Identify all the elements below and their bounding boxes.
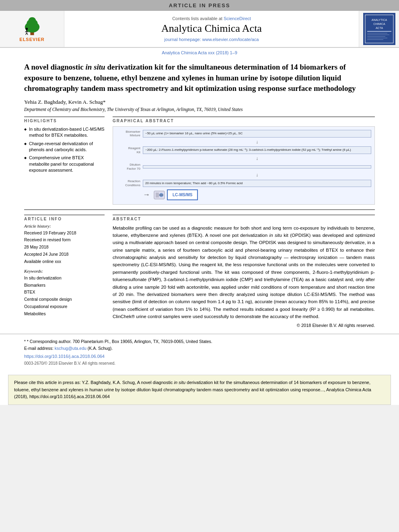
journal-logo-left: ELSEVIER bbox=[0, 11, 64, 47]
graphical-abstract-box: BiomarkerMixture ~50 µL urine (1× biomar… bbox=[113, 126, 375, 205]
email-address[interactable]: kschug@uta.edu bbox=[55, 346, 86, 351]
ga-arrow-3: ↓ bbox=[116, 172, 371, 178]
abstract-copyright: © 2018 Elsevier B.V. All rights reserved… bbox=[113, 323, 375, 328]
journal-right-logo-box: ANALYTICA CHIMICA ACTA bbox=[363, 13, 395, 45]
svg-rect-18 bbox=[367, 36, 385, 37]
available-date: Available online xxx bbox=[24, 258, 105, 265]
highlights-heading: HIGHLIGHTS bbox=[24, 117, 105, 123]
article-info-col: ARTICLE INFO Article history: Received 1… bbox=[24, 215, 105, 328]
keyword-5: Occupational exposure bbox=[24, 303, 105, 310]
top-bar-text: ARTICLE IN PRESS bbox=[169, 2, 230, 8]
corresponding-note: * * Corresponding author. 700 Planetariu… bbox=[24, 338, 375, 345]
citation-line: Analytica Chimica Acta xxx (2018) 1–9 bbox=[0, 48, 399, 56]
citation-bar-text: Please cite this article in press as: Y.… bbox=[14, 380, 371, 399]
highlight-item-3: Comprehensive urine BTEX metabolite pane… bbox=[24, 155, 105, 173]
ga-box-1: ~50 µL urine (1× biomarker 16 µL, nano u… bbox=[143, 130, 371, 137]
top-bar: ARTICLE IN PRESS bbox=[0, 0, 399, 11]
authors-text: Yehia Z. Baghdady, Kevin A. Schug* bbox=[24, 99, 106, 105]
journal-header: ELSEVIER Contents lists available at Sci… bbox=[0, 11, 399, 48]
ga-box-2: ~200 µL: 2-Fluoro-1-methylpyridinium p-t… bbox=[143, 146, 371, 154]
article-info-section: ARTICLE INFO Article history: Received 1… bbox=[24, 215, 105, 318]
svg-rect-16 bbox=[367, 33, 387, 33]
homepage-prefix: journal homepage: bbox=[165, 37, 202, 42]
ga-label-2: ReagentKit bbox=[116, 146, 140, 154]
svg-rect-20 bbox=[367, 39, 383, 40]
ga-row-1: BiomarkerMixture ~50 µL urine (1× biomar… bbox=[116, 130, 371, 138]
keywords-label: Keywords: bbox=[24, 269, 105, 273]
abstract-text: Metabolite profiling can be used as a di… bbox=[113, 224, 375, 320]
accepted-date: Accepted 24 June 2018 bbox=[24, 251, 105, 258]
journal-homepage: journal homepage: www.elsevier.com/locat… bbox=[165, 37, 259, 42]
svg-text:ACTA: ACTA bbox=[375, 27, 383, 29]
instrument-label: LC-MS/MS bbox=[167, 189, 198, 200]
footnote-star: * bbox=[24, 339, 26, 344]
section-divider bbox=[24, 210, 375, 210]
ga-label-4: ReactionConditions bbox=[116, 179, 140, 187]
email-line: E-mail address: kschug@uta.edu (K.A. Sch… bbox=[24, 345, 375, 352]
corresponding-text: * Corresponding author. 700 Planetarium … bbox=[27, 339, 212, 344]
elsevier-tree-icon bbox=[18, 16, 46, 36]
instrument-icon bbox=[153, 189, 165, 201]
citation-bar: Please cite this article in press as: Y.… bbox=[8, 375, 391, 405]
journal-center: Contents lists available at ScienceDirec… bbox=[64, 11, 359, 47]
graphical-abstract-heading: GRAPHICAL ABSTRACT bbox=[113, 117, 375, 123]
ga-box-3 bbox=[143, 165, 371, 168]
info-abstract-section: ARTICLE INFO Article history: Received 1… bbox=[24, 215, 375, 328]
ga-instrument-group: LC-MS/MS bbox=[153, 189, 198, 201]
revised-date: Received in revised form28 May 2018 bbox=[24, 236, 105, 251]
main-content: A novel diagnostic in situ derivatizatio… bbox=[0, 56, 399, 334]
keywords-list: In situ derivatization Biomarkers BTEX C… bbox=[24, 275, 105, 318]
svg-text:ANALYTICA: ANALYTICA bbox=[371, 18, 387, 21]
ga-flow: BiomarkerMixture ~50 µL urine (1× biomar… bbox=[116, 130, 371, 187]
received-date: Received 19 February 2018 bbox=[24, 230, 105, 237]
svg-point-4 bbox=[25, 28, 27, 30]
highlight-item-1: In situ derivatization-based LC-MS/MS me… bbox=[24, 126, 105, 139]
svg-rect-15 bbox=[367, 31, 391, 32]
ga-arrow-2: ↓ bbox=[116, 156, 371, 161]
article-title: A novel diagnostic in situ derivatizatio… bbox=[24, 62, 375, 94]
svg-rect-19 bbox=[367, 38, 387, 38]
abstract-heading: ABSTRACT bbox=[113, 217, 375, 221]
affiliation: Department of Chemistry and Biochemistry… bbox=[24, 107, 375, 112]
svg-rect-17 bbox=[367, 35, 389, 35]
ga-row-3: DilutionFactor 70 bbox=[116, 163, 371, 170]
svg-text:CHIMICA: CHIMICA bbox=[373, 23, 385, 25]
keyword-1: In situ derivatization bbox=[24, 275, 105, 282]
citation-text: Analytica Chimica Acta xxx (2018) 1–9 bbox=[162, 50, 237, 55]
journal-logo-right: ANALYTICA CHIMICA ACTA bbox=[359, 11, 399, 47]
svg-line-9 bbox=[27, 33, 28, 35]
journal-title: Analytica Chimica Acta bbox=[161, 23, 262, 35]
highlights-graphical-section: HIGHLIGHTS In situ derivatization-based … bbox=[24, 117, 375, 205]
ga-box-4: 20 minutes in room temperature; Then add… bbox=[143, 180, 371, 187]
keyword-4: Central composite design bbox=[24, 296, 105, 303]
doi-link[interactable]: https://doi.org/10.1016/j.aca.2018.06.06… bbox=[24, 353, 375, 360]
graphical-abstract-col: GRAPHICAL ABSTRACT BiomarkerMixture ~50 … bbox=[113, 117, 375, 205]
keyword-3: BTEX bbox=[24, 289, 105, 296]
svg-rect-22 bbox=[156, 193, 159, 197]
ga-label-1: BiomarkerMixture bbox=[116, 130, 140, 138]
ga-arrow-1: ↓ bbox=[116, 139, 371, 145]
ga-label-3: DilutionFactor 70 bbox=[116, 163, 140, 170]
issn-line: 0003-2670/© 2018 Elsevier B.V. All right… bbox=[24, 360, 375, 367]
ga-row-2: ReagentKit ~200 µL: 2-Fluoro-1-methylpyr… bbox=[116, 146, 371, 154]
keyword-2: Biomarkers bbox=[24, 282, 105, 289]
article-info-heading: ARTICLE INFO bbox=[24, 217, 105, 221]
ga-row-4: ReactionConditions 20 minutes in room te… bbox=[116, 179, 371, 187]
abstract-section: ABSTRACT Metabolite profiling can be use… bbox=[113, 215, 375, 328]
article-history-label: Article history: bbox=[24, 224, 105, 228]
journal-cover-icon: ANALYTICA CHIMICA ACTA bbox=[363, 13, 395, 45]
svg-line-8 bbox=[25, 33, 27, 35]
page: ARTICLE IN PRESS bbox=[0, 0, 399, 405]
sciencedirect-line: Contents lists available at ScienceDirec… bbox=[172, 16, 251, 21]
email-suffix: (K.A. Schug). bbox=[86, 346, 113, 351]
highlight-item-2: Charge-reversal derivatization of phenol… bbox=[24, 141, 105, 153]
email-label: E-mail address: bbox=[24, 346, 55, 351]
svg-point-3 bbox=[28, 17, 35, 24]
ga-right-arrow-icon: → bbox=[143, 191, 150, 199]
article-history-dates: Received 19 February 2018 Received in re… bbox=[24, 230, 105, 265]
sciencedirect-link-text[interactable]: ScienceDirect bbox=[224, 16, 251, 21]
highlights-list: In situ derivatization-based LC-MS/MS me… bbox=[24, 126, 105, 174]
sciencedirect-prefix: Contents lists available at bbox=[172, 16, 224, 21]
elsevier-brand-text: ELSEVIER bbox=[19, 37, 44, 42]
homepage-url[interactable]: www.elsevier.com/locate/aca bbox=[202, 37, 259, 42]
